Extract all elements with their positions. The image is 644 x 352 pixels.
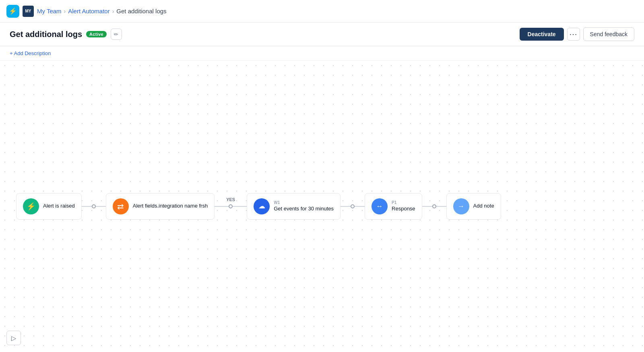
top-nav: ⚡ MY My Team › Alert Automator › Get add… [0, 0, 644, 23]
get-events-icon: ☁ [254, 198, 270, 214]
expand-panel-button[interactable]: ▷ [6, 331, 21, 345]
breadcrumb-automator[interactable]: Alert Automator [68, 8, 109, 14]
status-badge: Active [86, 31, 107, 37]
p1-response-text: P1 Response [392, 200, 415, 212]
breadcrumb: My Team › Alert Automator › Get addition… [37, 8, 167, 14]
p1-response-icon: ↔ [372, 198, 388, 214]
add-note-icon: → [453, 198, 469, 214]
alert-raised-icon: ⚡ [23, 198, 39, 214]
node-alert-raised[interactable]: ⚡ Alert is raised [16, 193, 82, 220]
get-events-prefix: W1 [274, 200, 334, 205]
add-description-link[interactable]: + Add Description [0, 46, 644, 61]
app-icon: ⚡ [6, 5, 19, 18]
alert-fields-icon: ⇄ [113, 198, 129, 214]
p1-prefix: P1 [392, 200, 415, 205]
breadcrumb-current: Get additional logs [116, 8, 166, 14]
expand-icon: ▷ [11, 334, 16, 342]
node-alert-fields[interactable]: ⇄ Alert fields.integration name frsh [106, 193, 215, 220]
team-badge: MY [23, 6, 34, 17]
page-title: Get additional logs [10, 30, 82, 39]
connector-1 [82, 204, 106, 208]
connector-2: YES [215, 204, 247, 208]
flow-canvas: ⚡ Alert is raised ⇄ Alert fields.integra… [0, 61, 644, 352]
node-get-events[interactable]: ☁ W1 Get events for 30 minutes [247, 193, 341, 220]
p1-response-label: Response [392, 206, 415, 212]
breadcrumb-sep-2: › [112, 8, 114, 14]
page-header-left: Get additional logs Active ✏ [10, 29, 122, 40]
page-header-right: Deactivate ⋯ Send feedback [520, 27, 634, 41]
get-events-text: W1 Get events for 30 minutes [274, 200, 334, 212]
alert-raised-label: Alert is raised [43, 203, 75, 210]
breadcrumb-team[interactable]: My Team [37, 8, 62, 14]
connector-3 [341, 204, 365, 208]
edit-title-button[interactable]: ✏ [111, 29, 122, 40]
add-note-label: Add note [473, 203, 494, 210]
alert-fields-label: Alert fields.integration name frsh [133, 203, 208, 210]
ellipsis-icon: ⋯ [569, 30, 578, 38]
page-header: Get additional logs Active ✏ Deactivate … [0, 23, 644, 46]
yes-label: YES [226, 197, 235, 202]
node-p1-response[interactable]: ↔ P1 Response [365, 193, 422, 220]
node-add-note[interactable]: → Add note [446, 193, 501, 220]
get-events-label: Get events for 30 minutes [274, 206, 334, 212]
deactivate-button[interactable]: Deactivate [520, 28, 564, 41]
flow-row: ⚡ Alert is raised ⇄ Alert fields.integra… [0, 193, 644, 220]
send-feedback-button[interactable]: Send feedback [583, 27, 634, 41]
connector-4 [422, 204, 446, 208]
breadcrumb-sep-1: › [64, 8, 66, 14]
more-options-button[interactable]: ⋯ [567, 28, 580, 41]
